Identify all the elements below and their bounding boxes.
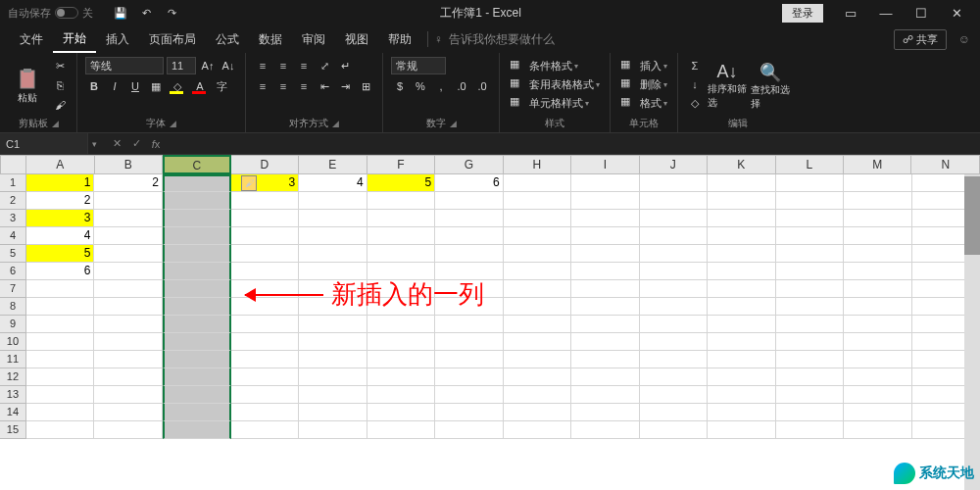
column-header[interactable]: G xyxy=(435,155,503,174)
cell[interactable] xyxy=(368,368,436,386)
fill-color-icon[interactable]: ◇ xyxy=(168,77,187,95)
close-icon[interactable]: ✕ xyxy=(941,2,972,24)
delete-cells-button[interactable]: ▦删除▾ xyxy=(618,75,669,93)
cell[interactable] xyxy=(571,174,640,192)
cell[interactable]: 2 xyxy=(94,174,163,192)
cell[interactable] xyxy=(844,368,912,386)
wrap-text-icon[interactable]: ↵ xyxy=(336,57,354,74)
cell[interactable] xyxy=(640,227,709,245)
cell[interactable] xyxy=(504,210,572,227)
cell[interactable] xyxy=(368,192,436,210)
cell[interactable] xyxy=(231,227,300,245)
cell[interactable] xyxy=(776,245,845,263)
cell[interactable]: 6 xyxy=(435,174,504,192)
cell[interactable] xyxy=(94,404,163,421)
cell[interactable] xyxy=(26,368,95,386)
fx-icon[interactable]: fx xyxy=(148,138,164,150)
cell[interactable] xyxy=(26,316,95,333)
cell[interactable] xyxy=(571,298,640,316)
column-header[interactable]: E xyxy=(299,155,367,174)
cell[interactable] xyxy=(163,421,231,439)
column-header[interactable]: H xyxy=(504,155,571,174)
cell[interactable] xyxy=(231,192,300,210)
cell[interactable] xyxy=(163,263,231,280)
number-format-combo[interactable]: 常规 xyxy=(391,57,446,74)
phonetic-icon[interactable]: 字 xyxy=(213,77,230,95)
row-header[interactable]: 3 xyxy=(0,210,26,227)
currency-icon[interactable]: $ xyxy=(391,77,409,95)
cell[interactable] xyxy=(504,386,572,404)
row-header[interactable]: 12 xyxy=(0,368,26,386)
cancel-formula-icon[interactable]: ✕ xyxy=(109,137,124,150)
cell[interactable] xyxy=(94,280,163,298)
cell[interactable] xyxy=(844,192,912,210)
cell[interactable] xyxy=(504,368,572,386)
cell[interactable] xyxy=(571,421,640,439)
vertical-scrollbar[interactable] xyxy=(964,174,980,490)
cell[interactable] xyxy=(776,368,845,386)
cell[interactable]: 4 xyxy=(26,227,95,245)
minimize-icon[interactable]: — xyxy=(870,2,902,24)
cell[interactable] xyxy=(231,351,300,368)
cell[interactable] xyxy=(435,404,504,421)
cell[interactable] xyxy=(844,386,912,404)
cell[interactable] xyxy=(571,351,640,368)
cell[interactable] xyxy=(571,263,640,280)
row-header[interactable]: 2 xyxy=(0,192,26,210)
maximize-icon[interactable]: ☐ xyxy=(906,2,937,24)
select-all-corner[interactable] xyxy=(0,155,26,174)
conditional-format-button[interactable]: ▦条件格式▾ xyxy=(508,57,602,74)
cell[interactable] xyxy=(231,386,300,404)
autosave-toggle[interactable]: 自动保存 关 xyxy=(8,6,93,21)
row-header[interactable]: 11 xyxy=(0,351,26,368)
orientation-icon[interactable]: ⤢ xyxy=(316,57,333,74)
cell[interactable] xyxy=(640,368,709,386)
tellme-search[interactable]: ♀ 告诉我你想要做什么 xyxy=(434,31,555,48)
cell[interactable]: 5 xyxy=(368,174,436,192)
cell[interactable] xyxy=(640,404,709,421)
align-center-icon[interactable]: ≡ xyxy=(274,77,292,95)
cell[interactable] xyxy=(231,404,300,421)
cell[interactable] xyxy=(571,227,640,245)
cell[interactable] xyxy=(708,351,776,368)
underline-button[interactable]: U xyxy=(126,77,144,95)
clear-icon[interactable]: ◇ xyxy=(686,94,704,112)
cell[interactable] xyxy=(94,333,163,351)
cell[interactable] xyxy=(163,280,231,298)
cell[interactable] xyxy=(844,333,912,351)
cell[interactable] xyxy=(504,351,572,368)
cell[interactable] xyxy=(571,210,640,227)
cell[interactable] xyxy=(94,245,163,263)
cell[interactable]: 1 xyxy=(26,174,95,192)
cell[interactable] xyxy=(94,263,163,280)
cell[interactable] xyxy=(299,316,368,333)
bold-button[interactable]: B xyxy=(85,77,103,95)
launcher-icon[interactable]: ◢ xyxy=(52,119,59,128)
ribbon-display-icon[interactable]: ▭ xyxy=(835,2,866,24)
row-header[interactable]: 4 xyxy=(0,227,26,245)
cell[interactable] xyxy=(163,386,231,404)
align-bottom-icon[interactable]: ≡ xyxy=(295,57,313,74)
cell[interactable] xyxy=(640,386,709,404)
cell[interactable] xyxy=(299,404,368,421)
cell[interactable] xyxy=(640,210,709,227)
name-box[interactable]: C1 xyxy=(0,133,88,154)
cell[interactable] xyxy=(640,351,709,368)
cell[interactable] xyxy=(368,245,436,263)
cell[interactable] xyxy=(435,227,504,245)
cell[interactable] xyxy=(571,368,640,386)
cell[interactable] xyxy=(163,210,231,227)
cell[interactable] xyxy=(708,386,776,404)
cell[interactable] xyxy=(504,404,572,421)
cell[interactable] xyxy=(844,421,912,439)
column-header[interactable]: F xyxy=(368,155,435,174)
row-header[interactable]: 8 xyxy=(0,298,26,316)
cell[interactable] xyxy=(776,263,845,280)
row-header[interactable]: 1 xyxy=(0,174,26,192)
cell[interactable] xyxy=(435,333,504,351)
cell[interactable] xyxy=(94,386,163,404)
cell[interactable] xyxy=(94,227,163,245)
column-header[interactable]: A xyxy=(26,155,94,174)
cell[interactable] xyxy=(94,351,163,368)
cell[interactable] xyxy=(708,210,776,227)
